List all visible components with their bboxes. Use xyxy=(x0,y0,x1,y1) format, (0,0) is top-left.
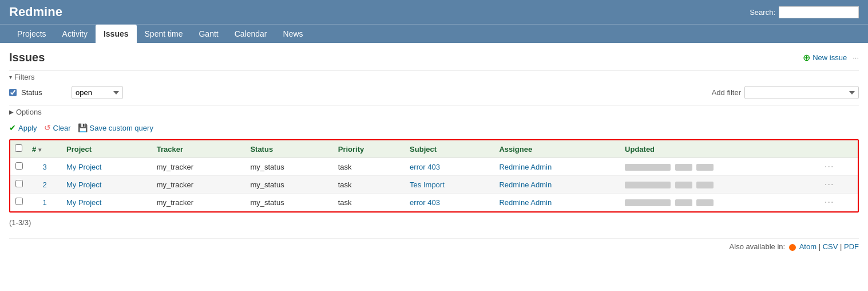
row-checkbox-3[interactable] xyxy=(15,162,23,170)
row-id-3[interactable]: 3 xyxy=(27,158,62,176)
subject-link-1[interactable]: error 403 xyxy=(410,198,440,207)
row-menu-1[interactable]: ··· xyxy=(825,197,834,207)
row-tracker-3: my_tracker xyxy=(152,158,246,176)
app-logo: Redmine xyxy=(9,5,62,19)
row-project-1: My Project xyxy=(62,194,152,211)
assignee-link-2[interactable]: Redmine Admin xyxy=(499,180,552,189)
col-subject-label: Subject xyxy=(410,145,437,154)
atom-icon xyxy=(789,244,796,251)
row-subject-3: error 403 xyxy=(405,158,494,176)
col-header-subject[interactable]: Subject xyxy=(405,140,494,158)
footer-also-label: Also available in: xyxy=(730,242,786,251)
assignee-link-3[interactable]: Redmine Admin xyxy=(499,163,552,171)
nav-item-projects[interactable]: Projects xyxy=(9,25,54,43)
clear-icon: ↺ xyxy=(44,123,51,132)
row-id-1[interactable]: 1 xyxy=(27,194,62,211)
table-body: 3 My Project my_tracker my_status task e… xyxy=(10,158,858,211)
col-header-project[interactable]: Project xyxy=(62,140,152,158)
col-header-num[interactable]: # ▾ xyxy=(27,140,62,158)
row-id-2[interactable]: 2 xyxy=(27,176,62,194)
select-all-checkbox[interactable] xyxy=(15,144,22,152)
updated-blurred-3 xyxy=(625,164,671,171)
csv-link[interactable]: CSV xyxy=(823,242,838,251)
row-project-3: My Project xyxy=(62,158,152,176)
col-header-actions xyxy=(820,140,858,158)
col-header-status[interactable]: Status xyxy=(245,140,333,158)
nav-item-issues[interactable]: Issues xyxy=(96,25,137,43)
more-options-button[interactable]: ··· xyxy=(853,53,859,62)
row-updated-1 xyxy=(620,194,820,211)
save-icon: 💾 xyxy=(78,123,88,132)
updated-blurred-2 xyxy=(625,182,671,188)
col-header-updated[interactable]: Updated xyxy=(620,140,820,158)
row-project-2: My Project xyxy=(62,176,152,194)
col-header-check xyxy=(10,140,27,158)
new-issue-button[interactable]: ⊕ New issue xyxy=(803,52,847,63)
nav-item-calendar[interactable]: Calendar xyxy=(227,25,275,43)
nav-item-news[interactable]: News xyxy=(275,25,311,43)
status-select[interactable]: open closed all xyxy=(72,86,123,99)
row-priority-1: task xyxy=(334,194,405,211)
atom-link[interactable]: Atom xyxy=(799,242,817,251)
save-query-button[interactable]: 💾 Save custom query xyxy=(78,123,153,132)
search-input[interactable] xyxy=(779,6,859,18)
issue-link-2[interactable]: 2 xyxy=(42,180,46,189)
row-assignee-2: Redmine Admin xyxy=(494,176,620,194)
col-header-priority[interactable]: Priority xyxy=(334,140,405,158)
assignee-link-1[interactable]: Redmine Admin xyxy=(499,198,552,207)
header: Redmine Search: xyxy=(0,0,868,24)
status-label: Status xyxy=(21,88,67,97)
row-check-2 xyxy=(10,176,27,194)
row-status-1: my_status xyxy=(245,194,333,211)
options-section: ▶ Options xyxy=(9,105,859,119)
issue-link-1[interactable]: 1 xyxy=(42,198,46,207)
row-menu-2[interactable]: ··· xyxy=(825,179,834,189)
updated-blurred-1b xyxy=(675,199,692,206)
clear-label: Clear xyxy=(53,124,71,132)
project-link-1[interactable]: My Project xyxy=(66,198,101,207)
options-toggle[interactable]: ▶ Options xyxy=(9,105,859,119)
sort-arrow-icon: ▾ xyxy=(38,147,41,153)
search-label: Search: xyxy=(750,8,775,17)
apply-button[interactable]: ✔ Apply xyxy=(9,123,37,132)
row-assignee-3: Redmine Admin xyxy=(494,158,620,176)
col-header-assignee[interactable]: Assignee xyxy=(494,140,620,158)
subject-link-2[interactable]: Tes Import xyxy=(410,180,445,189)
clear-button[interactable]: ↺ Clear xyxy=(44,123,71,132)
nav-item-gantt[interactable]: Gantt xyxy=(191,25,226,43)
row-checkbox-2[interactable] xyxy=(15,180,23,187)
project-link-2[interactable]: My Project xyxy=(66,180,101,189)
row-menu-3[interactable]: ··· xyxy=(825,162,834,171)
col-project-label: Project xyxy=(66,145,92,154)
pdf-link[interactable]: PDF xyxy=(844,242,859,251)
col-priority-label: Priority xyxy=(338,145,364,154)
row-checkbox-1[interactable] xyxy=(15,198,23,205)
col-header-tracker[interactable]: Tracker xyxy=(152,140,246,158)
updated-blurred-1c xyxy=(696,199,714,206)
page-title-row: Issues ⊕ New issue ··· xyxy=(9,51,859,64)
row-subject-1: error 403 xyxy=(405,194,494,211)
filters-section: ▾ Filters Status open closed all Add fil… xyxy=(9,70,859,101)
add-filter-select[interactable] xyxy=(744,86,859,99)
new-issue-label: New issue xyxy=(812,53,847,62)
col-num-label: # xyxy=(32,145,36,154)
table-row: 3 My Project my_tracker my_status task e… xyxy=(10,158,858,176)
nav-item-activity[interactable]: Activity xyxy=(54,25,96,43)
project-link-3[interactable]: My Project xyxy=(66,163,101,171)
filters-toggle[interactable]: ▾ Filters xyxy=(9,70,859,84)
row-assignee-1: Redmine Admin xyxy=(494,194,620,211)
row-status-3: my_status xyxy=(245,158,333,176)
table-row: 1 My Project my_tracker my_status task e… xyxy=(10,194,858,211)
search-area: Search: xyxy=(750,6,859,18)
nav-item-spent-time[interactable]: Spent time xyxy=(137,25,191,43)
row-priority-2: task xyxy=(334,176,405,194)
table-row: 2 My Project my_tracker my_status task T… xyxy=(10,176,858,194)
row-updated-3 xyxy=(620,158,820,176)
subject-link-3[interactable]: error 403 xyxy=(410,163,440,171)
status-checkbox[interactable] xyxy=(9,89,17,96)
row-updated-2 xyxy=(620,176,820,194)
col-tracker-label: Tracker xyxy=(157,145,183,154)
issue-link-3[interactable]: 3 xyxy=(42,163,46,171)
row-subject-2: Tes Import xyxy=(405,176,494,194)
main-nav: Projects Activity Issues Spent time Gant… xyxy=(0,24,868,43)
